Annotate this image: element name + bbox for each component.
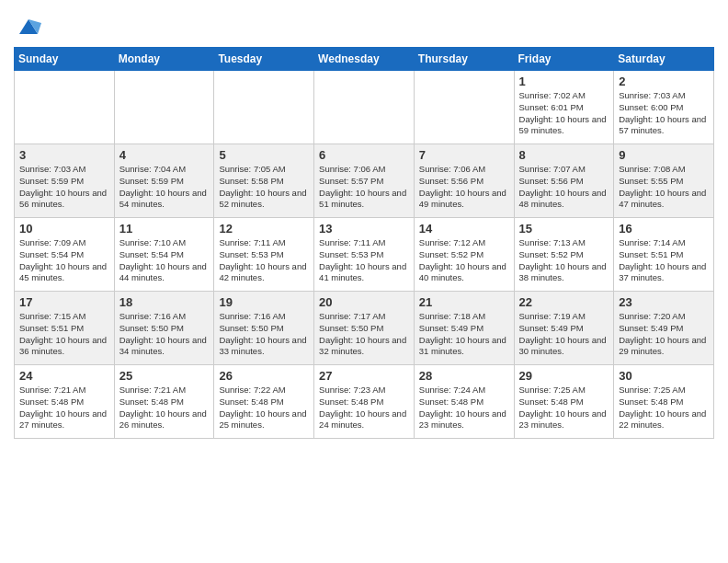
day-info: Sunrise: 7:14 AM Sunset: 5:51 PM Dayligh… — [619, 237, 709, 284]
day-info: Sunrise: 7:21 AM Sunset: 5:48 PM Dayligh… — [19, 385, 109, 431]
weekday-header: Sunday — [15, 48, 115, 71]
calendar-cell: 16Sunrise: 7:14 AM Sunset: 5:51 PM Dayli… — [614, 218, 714, 292]
day-number: 5 — [219, 148, 309, 162]
day-number: 26 — [219, 369, 309, 383]
day-number: 10 — [19, 222, 109, 236]
day-info: Sunrise: 7:25 AM Sunset: 5:48 PM Dayligh… — [619, 385, 709, 431]
calendar-week-row: 1Sunrise: 7:02 AM Sunset: 6:01 PM Daylig… — [15, 71, 714, 144]
day-number: 3 — [19, 148, 109, 162]
logo-icon — [16, 14, 41, 40]
calendar-cell: 21Sunrise: 7:18 AM Sunset: 5:49 PM Dayli… — [414, 292, 514, 365]
day-info: Sunrise: 7:12 AM Sunset: 5:52 PM Dayligh… — [419, 237, 509, 284]
calendar-cell: 9Sunrise: 7:08 AM Sunset: 5:55 PM Daylig… — [614, 144, 714, 218]
day-info: Sunrise: 7:22 AM Sunset: 5:48 PM Dayligh… — [219, 385, 309, 431]
calendar-week-row: 24Sunrise: 7:21 AM Sunset: 5:48 PM Dayli… — [15, 365, 714, 439]
day-info: Sunrise: 7:17 AM Sunset: 5:50 PM Dayligh… — [319, 311, 409, 358]
calendar-cell — [15, 71, 115, 144]
day-number: 20 — [319, 295, 409, 309]
day-number: 17 — [19, 295, 109, 309]
day-number: 4 — [119, 148, 210, 162]
calendar-cell: 4Sunrise: 7:04 AM Sunset: 5:59 PM Daylig… — [114, 144, 214, 218]
day-number: 2 — [619, 75, 709, 88]
day-info: Sunrise: 7:03 AM Sunset: 6:00 PM Dayligh… — [619, 90, 709, 137]
day-number: 16 — [619, 222, 709, 236]
day-info: Sunrise: 7:24 AM Sunset: 5:48 PM Dayligh… — [419, 385, 509, 431]
weekday-header: Monday — [114, 48, 214, 71]
calendar-cell: 2Sunrise: 7:03 AM Sunset: 6:00 PM Daylig… — [614, 71, 714, 144]
day-number: 25 — [119, 369, 210, 383]
calendar-cell: 26Sunrise: 7:22 AM Sunset: 5:48 PM Dayli… — [214, 365, 314, 439]
day-number: 9 — [619, 148, 709, 162]
day-info: Sunrise: 7:19 AM Sunset: 5:49 PM Dayligh… — [519, 311, 609, 358]
calendar-cell: 24Sunrise: 7:21 AM Sunset: 5:48 PM Dayli… — [15, 365, 115, 439]
day-info: Sunrise: 7:13 AM Sunset: 5:52 PM Dayligh… — [519, 237, 609, 284]
day-number: 18 — [119, 295, 210, 309]
day-number: 29 — [519, 369, 609, 383]
calendar-cell: 13Sunrise: 7:11 AM Sunset: 5:53 PM Dayli… — [314, 218, 415, 292]
header — [14, 9, 714, 40]
day-number: 21 — [419, 295, 509, 309]
page: SundayMondayTuesdayWednesdayThursdayFrid… — [0, 0, 728, 453]
calendar-week-row: 3Sunrise: 7:03 AM Sunset: 5:59 PM Daylig… — [15, 144, 714, 218]
calendar-cell: 10Sunrise: 7:09 AM Sunset: 5:54 PM Dayli… — [15, 218, 115, 292]
calendar-cell: 23Sunrise: 7:20 AM Sunset: 5:49 PM Dayli… — [614, 292, 714, 365]
calendar-cell: 28Sunrise: 7:24 AM Sunset: 5:48 PM Dayli… — [414, 365, 514, 439]
day-info: Sunrise: 7:09 AM Sunset: 5:54 PM Dayligh… — [19, 237, 109, 284]
calendar-week-row: 17Sunrise: 7:15 AM Sunset: 5:51 PM Dayli… — [15, 292, 714, 365]
day-info: Sunrise: 7:11 AM Sunset: 5:53 PM Dayligh… — [319, 237, 409, 284]
calendar-cell: 29Sunrise: 7:25 AM Sunset: 5:48 PM Dayli… — [514, 365, 614, 439]
calendar-cell — [314, 71, 415, 144]
day-number: 30 — [619, 369, 709, 383]
calendar-cell: 11Sunrise: 7:10 AM Sunset: 5:54 PM Dayli… — [114, 218, 214, 292]
calendar-cell: 12Sunrise: 7:11 AM Sunset: 5:53 PM Dayli… — [214, 218, 314, 292]
calendar-cell: 6Sunrise: 7:06 AM Sunset: 5:57 PM Daylig… — [314, 144, 415, 218]
calendar-cell: 19Sunrise: 7:16 AM Sunset: 5:50 PM Dayli… — [214, 292, 314, 365]
day-number: 11 — [119, 222, 210, 236]
day-number: 14 — [419, 222, 509, 236]
weekday-header: Friday — [514, 48, 614, 71]
calendar-cell: 25Sunrise: 7:21 AM Sunset: 5:48 PM Dayli… — [114, 365, 214, 439]
weekday-header: Saturday — [614, 48, 714, 71]
calendar-cell: 15Sunrise: 7:13 AM Sunset: 5:52 PM Dayli… — [514, 218, 614, 292]
calendar-cell: 18Sunrise: 7:16 AM Sunset: 5:50 PM Dayli… — [114, 292, 214, 365]
day-number: 24 — [19, 369, 109, 383]
calendar-cell: 8Sunrise: 7:07 AM Sunset: 5:56 PM Daylig… — [514, 144, 614, 218]
calendar-cell: 17Sunrise: 7:15 AM Sunset: 5:51 PM Dayli… — [15, 292, 115, 365]
day-number: 15 — [519, 222, 609, 236]
day-info: Sunrise: 7:15 AM Sunset: 5:51 PM Dayligh… — [19, 311, 109, 358]
calendar-cell: 3Sunrise: 7:03 AM Sunset: 5:59 PM Daylig… — [15, 144, 115, 218]
day-info: Sunrise: 7:16 AM Sunset: 5:50 PM Dayligh… — [119, 311, 210, 358]
day-info: Sunrise: 7:07 AM Sunset: 5:56 PM Dayligh… — [519, 164, 609, 211]
day-info: Sunrise: 7:16 AM Sunset: 5:50 PM Dayligh… — [219, 311, 309, 358]
day-info: Sunrise: 7:25 AM Sunset: 5:48 PM Dayligh… — [519, 385, 609, 431]
day-number: 7 — [419, 148, 509, 162]
weekday-header: Thursday — [414, 48, 514, 71]
day-info: Sunrise: 7:10 AM Sunset: 5:54 PM Dayligh… — [119, 237, 210, 284]
calendar-cell: 20Sunrise: 7:17 AM Sunset: 5:50 PM Dayli… — [314, 292, 415, 365]
day-number: 1 — [519, 75, 609, 88]
calendar-cell: 1Sunrise: 7:02 AM Sunset: 6:01 PM Daylig… — [514, 71, 614, 144]
day-number: 12 — [219, 222, 309, 236]
calendar-cell: 22Sunrise: 7:19 AM Sunset: 5:49 PM Dayli… — [514, 292, 614, 365]
day-number: 19 — [219, 295, 309, 309]
day-info: Sunrise: 7:02 AM Sunset: 6:01 PM Dayligh… — [519, 90, 609, 137]
day-number: 8 — [519, 148, 609, 162]
day-number: 23 — [619, 295, 709, 309]
day-info: Sunrise: 7:05 AM Sunset: 5:58 PM Dayligh… — [219, 164, 309, 211]
day-info: Sunrise: 7:08 AM Sunset: 5:55 PM Dayligh… — [619, 164, 709, 211]
calendar-header-row: SundayMondayTuesdayWednesdayThursdayFrid… — [15, 48, 714, 71]
day-number: 27 — [319, 369, 409, 383]
calendar-cell: 30Sunrise: 7:25 AM Sunset: 5:48 PM Dayli… — [614, 365, 714, 439]
day-info: Sunrise: 7:11 AM Sunset: 5:53 PM Dayligh… — [219, 237, 309, 284]
day-number: 6 — [319, 148, 409, 162]
calendar-table: SundayMondayTuesdayWednesdayThursdayFrid… — [14, 47, 714, 439]
calendar-week-row: 10Sunrise: 7:09 AM Sunset: 5:54 PM Dayli… — [15, 218, 714, 292]
day-info: Sunrise: 7:06 AM Sunset: 5:56 PM Dayligh… — [419, 164, 509, 211]
day-info: Sunrise: 7:23 AM Sunset: 5:48 PM Dayligh… — [319, 385, 409, 431]
calendar-cell: 5Sunrise: 7:05 AM Sunset: 5:58 PM Daylig… — [214, 144, 314, 218]
logo — [14, 14, 41, 40]
calendar-cell — [114, 71, 214, 144]
calendar-cell: 14Sunrise: 7:12 AM Sunset: 5:52 PM Dayli… — [414, 218, 514, 292]
day-info: Sunrise: 7:04 AM Sunset: 5:59 PM Dayligh… — [119, 164, 210, 211]
calendar-cell — [214, 71, 314, 144]
